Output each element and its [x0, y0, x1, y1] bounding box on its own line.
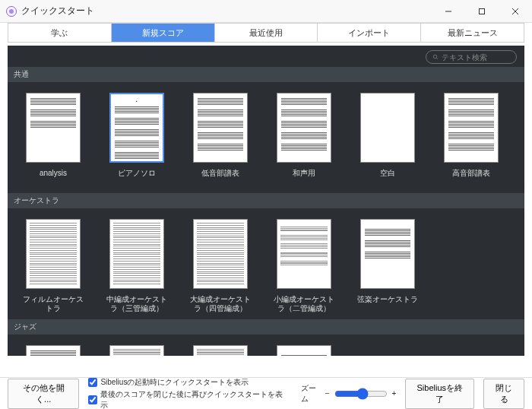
zoom-slider[interactable] — [334, 388, 388, 400]
tab-new-score[interactable]: 新規スコア — [112, 24, 215, 42]
open-other-button[interactable]: その他を開く... — [8, 379, 79, 409]
zoom-label: ズーム — [301, 383, 320, 404]
tab-learn[interactable]: 学ぶ — [8, 24, 112, 42]
check-startup-box[interactable] — [88, 378, 97, 387]
template-medium-orchestra[interactable]: 中編成オーケストラ（三管編成） — [106, 219, 167, 313]
template-piano-solo[interactable]: ▪ ピアノソロ — [106, 93, 167, 187]
template-small-orchestra[interactable]: 小編成オーケストラ（二管編成） — [274, 219, 334, 313]
template-label: 和声用 — [293, 169, 315, 187]
minimize-button[interactable] — [432, 0, 465, 22]
grid-orchestra: フィルムオーケストラ 中編成オーケストラ（三管編成） 大編成オーケストラ（四管編… — [8, 208, 524, 319]
template-blank[interactable]: 空白 — [357, 93, 418, 187]
svg-point-4 — [433, 55, 437, 59]
section-orchestra: オーケストラ — [8, 193, 524, 208]
template-film-orchestra[interactable]: フィルムオーケストラ — [23, 219, 84, 313]
tab-news[interactable]: 最新ニュース — [421, 24, 524, 42]
template-jazz-4[interactable] — [274, 345, 334, 356]
zoom-plus[interactable]: + — [392, 389, 397, 398]
search-icon — [432, 53, 439, 61]
template-jazz-2[interactable] — [106, 345, 167, 356]
titlebar: クイックスタート — [0, 0, 532, 23]
template-label: 中編成オーケストラ（三管編成） — [106, 295, 167, 313]
template-treble-staff[interactable]: 高音部譜表 — [441, 93, 502, 187]
search-box[interactable] — [426, 50, 517, 64]
template-jazz-3[interactable] — [190, 345, 251, 356]
app-icon — [6, 6, 17, 17]
grid-jazz — [8, 334, 524, 356]
check-after-close-box[interactable] — [88, 395, 97, 404]
template-large-orchestra[interactable]: 大編成オーケストラ（四管編成） — [190, 219, 251, 313]
grid-common: analysis ▪ ピアノソロ 低音部譜表 和声用 空白 高音部譜表 — [8, 82, 524, 193]
check-startup[interactable]: Sibeliusの起動時にクイックスタートを表示 — [88, 377, 283, 388]
template-label: 大編成オーケストラ（四管編成） — [190, 295, 251, 313]
template-label: 低音部譜表 — [201, 169, 239, 187]
maximize-button[interactable] — [465, 0, 499, 22]
template-label: ピアノソロ — [118, 169, 156, 187]
main-tabs: 学ぶ 新規スコア 最近使用 インポート 最新ニュース — [8, 23, 524, 43]
section-jazz: ジャズ — [8, 319, 524, 334]
tab-import[interactable]: インポート — [318, 24, 421, 42]
svg-rect-1 — [480, 8, 485, 14]
tab-recent[interactable]: 最近使用 — [215, 24, 318, 42]
section-common: 共通 — [8, 67, 524, 82]
svg-line-5 — [437, 59, 439, 60]
check-after-close[interactable]: 最後のスコアを閉じた後に再びクイックスタートを表示 — [88, 389, 283, 410]
content-panel: 共通 analysis ▪ ピアノソロ 低音部譜表 和声用 空白 高音部譜表 オ… — [8, 46, 524, 356]
template-jazz-1[interactable] — [23, 345, 84, 356]
close-button[interactable] — [499, 0, 532, 22]
footer: その他を開く... Sibeliusの起動時にクイックスタートを表示 最後のスコ… — [0, 377, 532, 409]
template-analysis[interactable]: analysis — [23, 93, 84, 187]
window-controls — [432, 0, 532, 22]
template-harmony[interactable]: 和声用 — [274, 93, 334, 187]
template-label: 高音部譜表 — [452, 169, 490, 187]
template-string-orchestra[interactable]: 弦楽オーケストラ — [357, 219, 418, 313]
window-title: クイックスタート — [21, 5, 432, 17]
zoom-control: ズーム − + — [301, 383, 396, 404]
template-label: 弦楽オーケストラ — [357, 295, 418, 313]
zoom-minus[interactable]: − — [325, 389, 330, 398]
template-label: 空白 — [380, 169, 395, 187]
quit-button[interactable]: Sibeliusを終了 — [405, 379, 474, 409]
close-dialog-button[interactable]: 閉じる — [483, 379, 524, 409]
search-input[interactable] — [442, 53, 510, 62]
template-label: フィルムオーケストラ — [23, 295, 84, 313]
template-label: analysis — [40, 169, 67, 187]
template-bass-staff[interactable]: 低音部譜表 — [190, 93, 251, 187]
template-label: 小編成オーケストラ（二管編成） — [274, 295, 334, 313]
